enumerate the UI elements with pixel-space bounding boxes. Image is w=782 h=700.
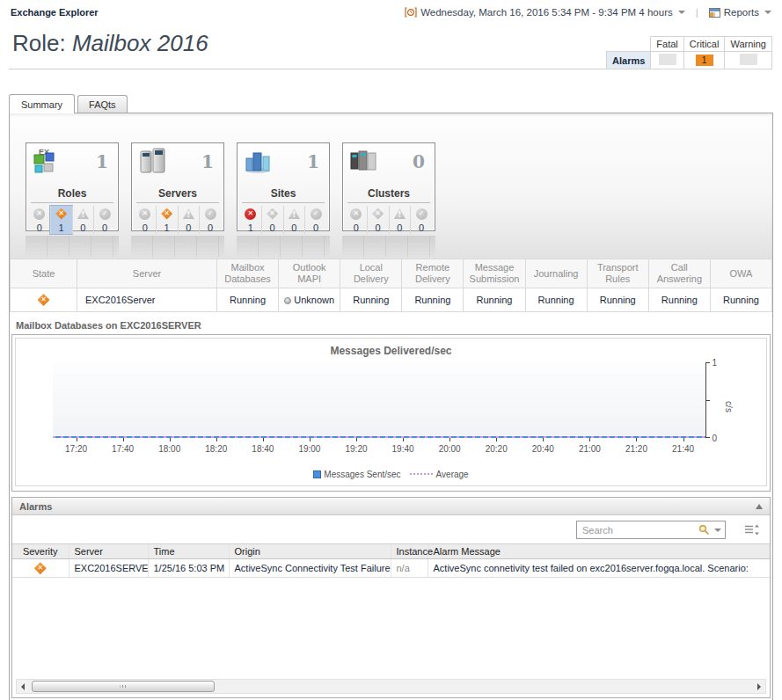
- alarm-summary-table: Fatal Critical Warning Alarms 1: [606, 36, 772, 69]
- sites-warning-cell[interactable]: ! 0: [283, 206, 305, 234]
- alarm-summary-warning-cell[interactable]: [725, 52, 772, 69]
- search-input[interactable]: [581, 524, 698, 536]
- scroll-left-arrow[interactable]: [17, 680, 29, 693]
- chart-inner: Messages Delivered/sec 1 0 c/s 17:20 17:…: [15, 338, 767, 486]
- tab-summary[interactable]: Summary: [9, 94, 75, 113]
- alarm-summary-blank-cell: [607, 37, 651, 52]
- critical-count-box: 1: [696, 55, 713, 66]
- time-range-selector[interactable]: Wednesday, March 16, 2016 5:34 PM - 9:34…: [405, 7, 685, 18]
- alarm-severity-cell[interactable]: ✕: [12, 559, 69, 578]
- sites-normal-cell[interactable]: ✓ 0: [304, 206, 326, 234]
- chart-plot[interactable]: 1 0 c/s 17:20 17:40 18:00 18:20 18:40 19…: [23, 362, 759, 456]
- servers-icon: [137, 147, 169, 177]
- roles-fatal-cell[interactable]: ✕ 0: [29, 206, 50, 234]
- alarm-summary-col-critical: Critical: [683, 37, 725, 52]
- col-owa: OWA: [710, 259, 771, 288]
- clusters-warning-cell[interactable]: ! 0: [389, 206, 411, 234]
- servers-normal-cell[interactable]: ✓ 0: [199, 206, 221, 234]
- reports-menu[interactable]: Reports: [709, 7, 771, 18]
- servers-warning-cell[interactable]: ! 0: [178, 206, 200, 234]
- alarm-summary-critical-cell[interactable]: 1: [683, 52, 725, 69]
- fatal-icon: ✕: [350, 208, 362, 220]
- alarm-server-cell: EXC2016SERVER: [69, 559, 148, 578]
- col-local-delivery: Local Delivery: [340, 259, 402, 288]
- alarms-panel-header[interactable]: Alarms: [12, 498, 770, 515]
- x-axis: 17:20 17:40 18:00 18:20 18:40 19:00 19:2…: [53, 438, 706, 456]
- search-options-chevron-down-icon[interactable]: [714, 529, 721, 532]
- section-title: Mailbox Databases on EXC2016SERVER: [16, 320, 772, 331]
- col-server: Server: [77, 259, 217, 288]
- col-instance[interactable]: Instance: [391, 544, 428, 559]
- fatal-count-box: [659, 54, 676, 65]
- table-customizer-icon[interactable]: [745, 524, 759, 536]
- roles-label: Roles: [31, 187, 113, 203]
- owa-cell: Running: [710, 288, 771, 312]
- tile-roles[interactable]: EX 1 Roles ✕ 0: [26, 142, 119, 231]
- alarm-origin-cell: ActiveSync Connectivity Test Failure: [229, 559, 391, 578]
- col-transport-rules: Transport Rules: [587, 259, 648, 288]
- plot-area: [53, 362, 706, 438]
- legend-label-average: Average: [436, 470, 469, 479]
- clusters-count: 0: [413, 151, 425, 172]
- server-name-cell[interactable]: EXC2016Server: [77, 288, 217, 312]
- chart-panel: Messages Delivered/sec 1 0 c/s 17:20 17:…: [11, 334, 771, 492]
- scroll-right-arrow[interactable]: [753, 680, 765, 693]
- clusters-fatal-cell[interactable]: ✕ 0: [346, 206, 367, 234]
- tile-sites[interactable]: 1 Sites ✕ 1 ✕ 0 ! 0: [237, 142, 330, 231]
- time-range-chevron-down-icon[interactable]: [678, 11, 685, 14]
- tile-servers[interactable]: 1 Servers ✕ 0 ✕ 1 !: [131, 142, 224, 231]
- server-state-table: State Server Mailbox Databases Outlook M…: [10, 259, 772, 312]
- alarm-row[interactable]: ✕ EXC2016SERVER 1/25/16 5:03 PM ActiveSy…: [12, 559, 770, 578]
- exchange-roles-icon: EX: [32, 147, 63, 177]
- col-origin[interactable]: Origin: [229, 544, 391, 559]
- col-alarm-server[interactable]: Server: [69, 544, 148, 559]
- alarm-instance-cell: n/a: [391, 559, 428, 578]
- alarms-panel: Alarms: [11, 497, 771, 698]
- col-time[interactable]: Time: [148, 544, 229, 559]
- alarms-header-row: Severity Server Time Origin Instance Ala…: [12, 544, 770, 559]
- reports-chevron-down-icon[interactable]: [764, 11, 771, 14]
- horizontal-scrollbar[interactable]: [16, 679, 766, 694]
- main-content: EX 1 Roles ✕ 0: [9, 113, 773, 700]
- fatal-icon: ✕: [139, 208, 150, 220]
- page-title-prefix: Role:: [12, 30, 66, 56]
- server-state-header-row: State Server Mailbox Databases Outlook M…: [11, 259, 772, 288]
- roles-warning-cell[interactable]: ! 0: [72, 206, 94, 234]
- y-tick-min: 0: [712, 434, 717, 443]
- col-alarm-message[interactable]: Alarm Message: [428, 544, 770, 559]
- collapse-panel-icon[interactable]: [756, 504, 763, 509]
- col-severity[interactable]: Severity: [12, 544, 69, 559]
- sites-fatal-cell[interactable]: ✕ 1: [240, 206, 261, 234]
- reports-icon: [709, 8, 720, 18]
- legend-label-messages-sent: Messages Sent/sec: [324, 470, 400, 479]
- roles-critical-cell[interactable]: ✕ 1: [50, 206, 72, 234]
- search-box[interactable]: [576, 521, 726, 539]
- tile-clusters[interactable]: 0 Clusters ✕ 0 ✕ 0 !: [342, 142, 435, 231]
- call-answering-cell: Running: [648, 288, 710, 312]
- search-icon[interactable]: [698, 524, 710, 536]
- critical-state-icon: ✕: [38, 294, 50, 306]
- alarm-message-cell: ActiveSync connetivity test failed on ex…: [428, 559, 770, 578]
- warning-count-box: [740, 54, 757, 65]
- tab-faqts[interactable]: FAQts: [77, 95, 128, 113]
- roles-count: 1: [96, 151, 108, 172]
- servers-critical-cell[interactable]: ✕ 1: [156, 206, 178, 234]
- breadcrumb[interactable]: Exchange Explorer: [11, 7, 99, 18]
- tab-bar: Summary FAQts: [9, 92, 782, 113]
- sites-critical-cell[interactable]: ✕ 0: [261, 206, 283, 234]
- servers-fatal-cell[interactable]: ✕ 0: [135, 206, 156, 234]
- tiles-band: EX 1 Roles ✕ 0: [10, 113, 772, 259]
- col-outlook-mapi: Outlook MAPI: [279, 259, 340, 288]
- alarm-summary-fatal-cell[interactable]: [651, 52, 683, 69]
- top-bar: Exchange Explorer Wednesday, March 16, 2…: [0, 0, 782, 23]
- clusters-critical-cell[interactable]: ✕ 0: [367, 206, 389, 234]
- normal-icon: ✓: [205, 208, 216, 220]
- mailbox-databases-cell: Running: [217, 288, 279, 312]
- chart-title: Messages Delivered/sec: [16, 345, 766, 357]
- server-state-row[interactable]: ✕ EXC2016Server Running Unknown Running …: [11, 288, 772, 312]
- clusters-normal-cell[interactable]: ✓ 0: [410, 206, 432, 234]
- critical-icon: ✕: [267, 208, 278, 220]
- clock-icon: [405, 7, 417, 18]
- roles-normal-cell[interactable]: ✓ 0: [93, 206, 115, 234]
- scrollbar-thumb[interactable]: [32, 681, 215, 692]
